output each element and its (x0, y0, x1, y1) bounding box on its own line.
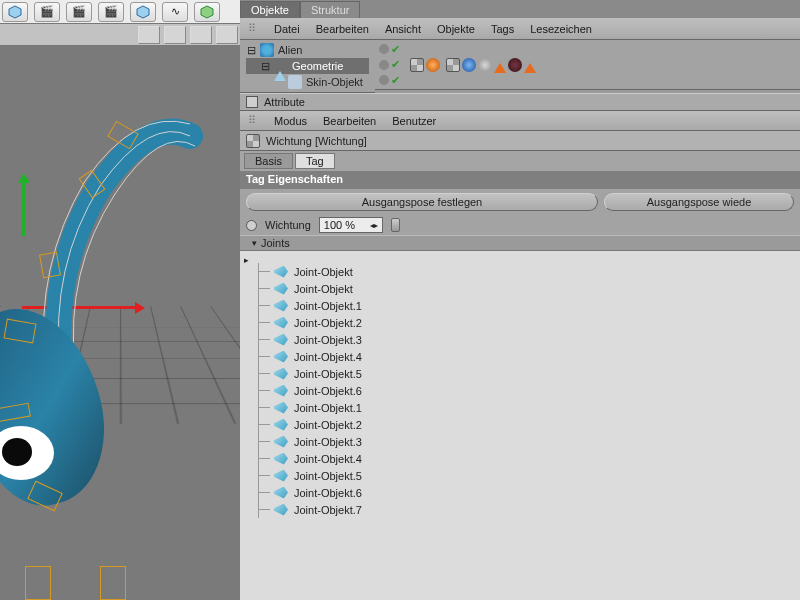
tag-strip: ✔ ✔ ✔ (375, 40, 800, 90)
tree-item-geometrie[interactable]: ⊟ Geometrie (246, 58, 369, 74)
joint-icon (274, 402, 288, 414)
viewport[interactable] (0, 46, 240, 600)
top-toolbar: 🎬 🎬 🎬 ∿ (0, 0, 240, 24)
wichtung-radio[interactable] (246, 220, 257, 231)
tag-mat-gray-icon[interactable] (478, 58, 492, 72)
menu-objekte[interactable]: Objekte (437, 23, 475, 35)
joint-icon (274, 283, 288, 295)
vis-dot-icon[interactable] (379, 75, 389, 85)
restore-rest-pose-button[interactable]: Ausgangspose wiede (604, 193, 794, 211)
menu-benutzer[interactable]: Benutzer (392, 115, 436, 127)
cube3-icon[interactable] (194, 2, 220, 22)
menu-datei[interactable]: Datei (274, 23, 300, 35)
joint-icon (274, 504, 288, 516)
menu-modus[interactable]: Modus (274, 115, 307, 127)
joint-label: Joint-Objekt.2 (294, 317, 362, 329)
vis-dot-icon[interactable] (379, 44, 389, 54)
link-icon[interactable]: ∿ (162, 2, 188, 22)
viewport-mini-toolbar (0, 24, 240, 46)
joint-label: Joint-Objekt.3 (294, 334, 362, 346)
clapper2-icon[interactable]: 🎬 (66, 2, 92, 22)
menu-bearbeiten[interactable]: Bearbeiten (316, 23, 369, 35)
attr-subtabs: Basis Tag (240, 151, 800, 171)
joint-label: Joint-Objekt (294, 266, 353, 278)
joint-icon (274, 487, 288, 499)
joint-row[interactable]: Joint-Objekt.5 (240, 467, 800, 484)
joint-label: Joint-Objekt.6 (294, 385, 362, 397)
wichtung-label: Wichtung (265, 219, 311, 231)
joint-row[interactable]: Joint-Objekt.7 (240, 501, 800, 518)
set-rest-pose-button[interactable]: Ausgangspose festlegen (246, 193, 598, 211)
menu-bearbeiten2[interactable]: Bearbeiten (323, 115, 376, 127)
menu-ansicht[interactable]: Ansicht (385, 23, 421, 35)
joint-label: Joint-Objekt.1 (294, 300, 362, 312)
vis-dot-icon[interactable] (379, 60, 389, 70)
tree-item-skin[interactable]: Skin-Objekt (246, 74, 369, 90)
wichtung-header: Wichtung [Wichtung] (240, 131, 800, 151)
wichtung-input[interactable]: 100 %◂▸ (319, 217, 383, 233)
menu-tags[interactable]: Tags (491, 23, 514, 35)
object-tree[interactable]: ⊟ Alien ⊟ Geometrie Skin-Objekt (240, 40, 375, 93)
joint-label: Joint-Objekt.1 (294, 402, 362, 414)
subtab-basis[interactable]: Basis (244, 153, 293, 169)
panel-tabs: Objekte Struktur (240, 0, 800, 18)
joint-row[interactable]: Joint-Objekt.3 (240, 433, 800, 450)
joint-label: Joint-Objekt.4 (294, 453, 362, 465)
joint-row[interactable]: Joint-Objekt.1 (240, 297, 800, 314)
menu-lesezeichen[interactable]: Lesezeichen (530, 23, 592, 35)
joint-icon (274, 385, 288, 397)
vp-btn-2[interactable] (164, 26, 186, 44)
attr-pin-checkbox[interactable] (246, 96, 258, 108)
joint-icon (274, 470, 288, 482)
clapper-icon[interactable]: 🎬 (34, 2, 60, 22)
alien-mesh[interactable] (0, 106, 210, 556)
joint-row[interactable]: Joint-Objekt.4 (240, 348, 800, 365)
joint-row[interactable]: Joint-Objekt (240, 263, 800, 280)
joint-icon (274, 419, 288, 431)
tag-sel1-icon[interactable] (494, 57, 506, 73)
joint-row[interactable]: Joint-Objekt.2 (240, 416, 800, 433)
vp-btn-4[interactable] (216, 26, 238, 44)
joint-row[interactable]: Joint-Objekt (240, 280, 800, 297)
joint-icon (274, 436, 288, 448)
joints-list[interactable]: ▸ Joint-ObjektJoint-ObjektJoint-Objekt.1… (240, 251, 800, 600)
tag-phong-icon[interactable] (426, 58, 440, 72)
joint-row[interactable]: Joint-Objekt.4 (240, 450, 800, 467)
joint-icon (274, 453, 288, 465)
objects-menubar: ⠿ Datei Bearbeiten Ansicht Objekte Tags … (240, 18, 800, 40)
section-tag-properties: Tag Eigenschaften (240, 171, 800, 189)
cube2-icon[interactable] (130, 2, 156, 22)
attribute-menubar: ⠿ Modus Bearbeiten Benutzer (240, 111, 800, 131)
joint-row[interactable]: Joint-Objekt.3 (240, 331, 800, 348)
cube-icon[interactable] (2, 2, 28, 22)
tree-item-alien[interactable]: ⊟ Alien (246, 42, 369, 58)
joint-icon (274, 266, 288, 278)
joint-label: Joint-Objekt.4 (294, 351, 362, 363)
joint-row[interactable]: Joint-Objekt.6 (240, 484, 800, 501)
clapper3-icon[interactable]: 🎬 (98, 2, 124, 22)
joints-section-header[interactable]: Joints (240, 235, 800, 251)
tag-sel2-icon[interactable] (524, 57, 536, 73)
tab-objekte[interactable]: Objekte (240, 1, 300, 18)
joint-row[interactable]: Joint-Objekt.5 (240, 365, 800, 382)
joint-icon (274, 334, 288, 346)
wichtung-stepper[interactable] (391, 218, 400, 232)
tab-struktur[interactable]: Struktur (300, 1, 361, 18)
joint-label: Joint-Objekt.3 (294, 436, 362, 448)
joint-label: Joint-Objekt.2 (294, 419, 362, 431)
attribute-header: Attribute (240, 93, 800, 111)
vp-btn-1[interactable] (138, 26, 160, 44)
attribute-title: Attribute (264, 96, 305, 108)
tag-mat-dark-icon[interactable] (508, 58, 522, 72)
vp-btn-3[interactable] (190, 26, 212, 44)
joint-icon (274, 300, 288, 312)
joint-label: Joint-Objekt.7 (294, 504, 362, 516)
joint-row[interactable]: Joint-Objekt.6 (240, 382, 800, 399)
joint-row[interactable]: Joint-Objekt.2 (240, 314, 800, 331)
joint-row[interactable]: Joint-Objekt.1 (240, 399, 800, 416)
tag-mat-blue-icon[interactable] (462, 58, 476, 72)
subtab-tag[interactable]: Tag (295, 153, 335, 169)
tag-weight-icon[interactable] (410, 58, 424, 72)
tag-tex1-icon[interactable] (446, 58, 460, 72)
joint-label: Joint-Objekt.6 (294, 487, 362, 499)
